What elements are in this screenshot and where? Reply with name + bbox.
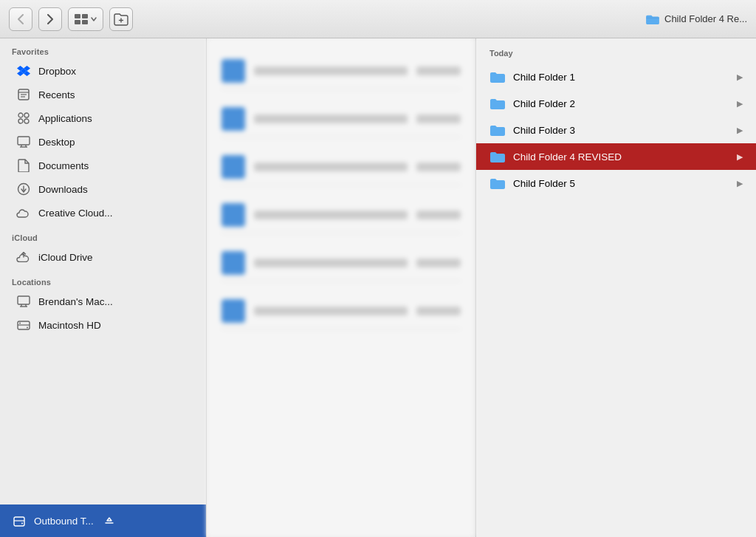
sidebar-item-outbound-label: Outbound T... <box>34 516 94 527</box>
child-folder-2-item[interactable]: Child Folder 2 ▶ <box>476 90 756 117</box>
child-folder-1-item[interactable]: Child Folder 1 ▶ <box>476 64 756 90</box>
file-row <box>221 149 461 185</box>
sidebar-item-recents-label: Recents <box>38 89 75 100</box>
child-folder-5-item[interactable]: Child Folder 5 ▶ <box>476 170 756 196</box>
downloads-icon <box>16 182 31 196</box>
child-folder-2-label: Child Folder 2 <box>513 98 729 109</box>
chevron-right-icon-4: ▶ <box>737 152 743 162</box>
desktop-icon <box>16 134 31 149</box>
applications-icon <box>16 111 31 126</box>
file-icon <box>221 251 245 275</box>
folder-icon-1 <box>489 70 506 83</box>
svg-rect-0 <box>75 14 80 18</box>
folder-icon-4 <box>489 150 506 163</box>
forward-button[interactable] <box>38 7 62 31</box>
today-section-label: Today <box>476 38 756 64</box>
eject-icon <box>104 516 114 526</box>
sidebar-item-creative-cloud[interactable]: Creative Cloud... <box>4 202 202 224</box>
file-name <box>254 211 408 219</box>
file-row <box>221 101 461 137</box>
file-date <box>416 259 461 267</box>
computer-icon <box>16 294 31 309</box>
child-folder-3-item[interactable]: Child Folder 3 ▶ <box>476 117 756 143</box>
svg-rect-3 <box>82 20 88 24</box>
sidebar-item-macintosh-hd[interactable]: Macintosh HD <box>4 314 202 336</box>
favorites-section-label: Favorites <box>0 38 206 59</box>
folder-icon-3 <box>489 123 506 137</box>
chevron-right-icon-5: ▶ <box>737 179 743 188</box>
file-name <box>254 163 408 171</box>
file-date <box>416 66 461 75</box>
child-folder-5-label: Child Folder 5 <box>513 178 729 189</box>
file-name <box>254 307 408 315</box>
svg-point-12 <box>18 119 23 123</box>
sidebar-item-brendan-mac-label: Brendan's Mac... <box>38 296 113 307</box>
file-date <box>416 307 461 315</box>
locations-section-label: Locations <box>0 269 206 290</box>
sidebar-item-desktop[interactable]: Desktop <box>4 131 202 153</box>
main-area: Favorites Dropbox <box>0 38 756 537</box>
breadcrumb-area: Child Folder 4 Re... <box>645 13 747 25</box>
svg-rect-1 <box>82 14 88 18</box>
sidebar-item-dropbox[interactable]: Dropbox <box>4 60 202 82</box>
dropbox-icon <box>16 64 31 78</box>
sidebar-item-documents-label: Documents <box>38 160 89 171</box>
svg-rect-29 <box>14 517 24 526</box>
sidebar-item-dropbox-label: Dropbox <box>38 66 76 77</box>
documents-icon <box>16 158 31 173</box>
file-row <box>221 197 461 233</box>
sidebar-item-documents[interactable]: Documents <box>4 154 202 177</box>
sidebar-item-outbound[interactable]: Outbound T... <box>0 504 206 537</box>
file-row <box>221 245 461 281</box>
sidebar: Favorites Dropbox <box>0 38 207 537</box>
sidebar-item-brendan-mac[interactable]: Brendan's Mac... <box>4 290 202 312</box>
file-row <box>221 293 461 329</box>
child-folder-3-label: Child Folder 3 <box>513 125 729 136</box>
chevron-right-icon-2: ▶ <box>737 99 743 109</box>
breadcrumb-title: Child Folder 4 Re... <box>664 13 747 24</box>
sidebar-item-desktop-label: Desktop <box>38 137 75 148</box>
title-bar: Child Folder 4 Re... <box>0 0 756 38</box>
child-folder-4-item[interactable]: Child Folder 4 REVISED ▶ <box>476 143 756 170</box>
file-icon <box>221 107 245 131</box>
sidebar-item-downloads[interactable]: Downloads <box>4 178 202 200</box>
sidebar-item-macintosh-hd-label: Macintosh HD <box>38 320 101 331</box>
new-folder-button[interactable] <box>109 7 133 31</box>
creative-cloud-icon <box>16 205 31 220</box>
file-name <box>254 259 408 267</box>
sidebar-item-applications[interactable]: Applications <box>4 107 202 129</box>
file-date <box>416 114 461 123</box>
svg-point-28 <box>19 323 21 324</box>
breadcrumb-folder-icon <box>645 13 660 25</box>
svg-rect-14 <box>18 137 30 145</box>
file-date <box>416 211 461 219</box>
file-list-area <box>207 38 475 537</box>
hard-drive-icon <box>16 318 31 332</box>
svg-point-11 <box>24 113 29 117</box>
sidebar-item-downloads-label: Downloads <box>38 184 88 195</box>
file-icon <box>221 59 245 83</box>
svg-point-31 <box>21 523 23 524</box>
file-icon <box>221 203 245 227</box>
sidebar-item-recents[interactable]: Recents <box>4 83 202 106</box>
sidebar-bottom: Outbound T... <box>0 504 206 537</box>
recents-icon <box>16 87 31 102</box>
svg-point-13 <box>24 119 29 123</box>
folder-icon-2 <box>489 97 506 110</box>
svg-rect-21 <box>18 296 30 304</box>
file-icon <box>221 299 245 323</box>
sidebar-item-icloud-drive[interactable]: iCloud Drive <box>4 246 202 268</box>
sidebar-item-creative-cloud-label: Creative Cloud... <box>38 208 113 219</box>
view-mode-button[interactable] <box>68 7 103 31</box>
back-button[interactable] <box>9 7 32 31</box>
file-name <box>254 66 408 75</box>
icloud-section-label: iCloud <box>0 225 206 245</box>
chevron-right-icon-3: ▶ <box>737 126 743 135</box>
file-icon <box>221 155 245 179</box>
child-folder-1-label: Child Folder 1 <box>513 72 729 83</box>
usb-drive-icon <box>12 513 27 528</box>
sidebar-item-applications-label: Applications <box>38 113 92 124</box>
svg-rect-2 <box>75 20 80 24</box>
svg-point-27 <box>27 327 28 329</box>
sidebar-item-icloud-drive-label: iCloud Drive <box>38 252 93 263</box>
